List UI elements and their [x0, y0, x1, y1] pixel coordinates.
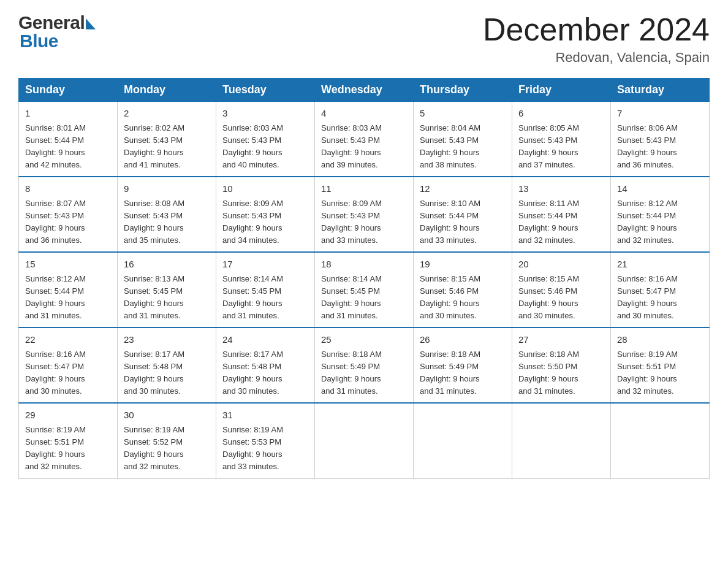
day-info: Sunrise: 8:19 AMSunset: 5:51 PMDaylight:… [25, 425, 86, 471]
day-info: Sunrise: 8:17 AMSunset: 5:48 PMDaylight:… [124, 350, 184, 396]
day-number: 10 [222, 182, 308, 196]
table-row: 4 Sunrise: 8:03 AMSunset: 5:43 PMDayligh… [315, 102, 414, 177]
logo-general-text: General [18, 12, 85, 33]
day-info: Sunrise: 8:16 AMSunset: 5:47 PMDaylight:… [617, 274, 678, 320]
table-row: 8 Sunrise: 8:07 AMSunset: 5:43 PMDayligh… [19, 177, 118, 252]
table-row: 3 Sunrise: 8:03 AMSunset: 5:43 PMDayligh… [216, 102, 315, 177]
col-monday: Monday [118, 79, 216, 102]
day-info: Sunrise: 8:15 AMSunset: 5:46 PMDaylight:… [518, 274, 579, 320]
day-number: 30 [124, 408, 210, 423]
day-number: 5 [420, 107, 506, 121]
day-number: 2 [124, 107, 210, 121]
calendar-header-row: Sunday Monday Tuesday Wednesday Thursday… [19, 79, 710, 102]
day-number: 14 [617, 182, 703, 196]
day-number: 31 [222, 408, 308, 423]
day-number: 29 [25, 408, 111, 423]
day-info: Sunrise: 8:03 AMSunset: 5:43 PMDaylight:… [222, 123, 283, 169]
day-info: Sunrise: 8:14 AMSunset: 5:45 PMDaylight:… [222, 274, 283, 320]
table-row: 17 Sunrise: 8:14 AMSunset: 5:45 PMDaylig… [216, 252, 315, 327]
day-info: Sunrise: 8:12 AMSunset: 5:44 PMDaylight:… [25, 274, 86, 320]
table-row: 7 Sunrise: 8:06 AMSunset: 5:43 PMDayligh… [611, 102, 710, 177]
page-header: General Blue December 2024 Redovan, Vale… [18, 12, 710, 66]
table-row: 21 Sunrise: 8:16 AMSunset: 5:47 PMDaylig… [611, 252, 710, 327]
day-number: 9 [124, 182, 210, 196]
day-number: 3 [222, 107, 308, 121]
table-row: 14 Sunrise: 8:12 AMSunset: 5:44 PMDaylig… [611, 177, 710, 252]
table-row: 9 Sunrise: 8:08 AMSunset: 5:43 PMDayligh… [118, 177, 216, 252]
day-info: Sunrise: 8:14 AMSunset: 5:45 PMDaylight:… [321, 274, 382, 320]
day-info: Sunrise: 8:18 AMSunset: 5:49 PMDaylight:… [420, 350, 480, 396]
table-row: 30 Sunrise: 8:19 AMSunset: 5:52 PMDaylig… [118, 403, 216, 478]
calendar-week-row: 1 Sunrise: 8:01 AMSunset: 5:44 PMDayligh… [19, 102, 710, 177]
table-row: 23 Sunrise: 8:17 AMSunset: 5:48 PMDaylig… [118, 327, 216, 403]
day-info: Sunrise: 8:04 AMSunset: 5:43 PMDaylight:… [420, 123, 480, 169]
table-row: 20 Sunrise: 8:15 AMSunset: 5:46 PMDaylig… [512, 252, 611, 327]
table-row: 5 Sunrise: 8:04 AMSunset: 5:43 PMDayligh… [414, 102, 512, 177]
logo-blue-text: Blue [18, 31, 96, 52]
col-wednesday: Wednesday [315, 79, 414, 102]
table-row: 22 Sunrise: 8:16 AMSunset: 5:47 PMDaylig… [19, 327, 118, 403]
table-row: 19 Sunrise: 8:15 AMSunset: 5:46 PMDaylig… [414, 252, 512, 327]
day-info: Sunrise: 8:19 AMSunset: 5:52 PMDaylight:… [124, 425, 184, 471]
col-sunday: Sunday [19, 79, 118, 102]
day-number: 12 [420, 182, 506, 196]
table-row: 25 Sunrise: 8:18 AMSunset: 5:49 PMDaylig… [315, 327, 414, 403]
table-row: 31 Sunrise: 8:19 AMSunset: 5:53 PMDaylig… [216, 403, 315, 478]
table-row: 29 Sunrise: 8:19 AMSunset: 5:51 PMDaylig… [19, 403, 118, 478]
table-row: 12 Sunrise: 8:10 AMSunset: 5:44 PMDaylig… [414, 177, 512, 252]
col-tuesday: Tuesday [216, 79, 315, 102]
day-info: Sunrise: 8:05 AMSunset: 5:43 PMDaylight:… [518, 123, 579, 169]
day-info: Sunrise: 8:17 AMSunset: 5:48 PMDaylight:… [222, 350, 283, 396]
table-row: 26 Sunrise: 8:18 AMSunset: 5:49 PMDaylig… [414, 327, 512, 403]
month-title: December 2024 [483, 12, 710, 47]
table-row: 13 Sunrise: 8:11 AMSunset: 5:44 PMDaylig… [512, 177, 611, 252]
day-info: Sunrise: 8:12 AMSunset: 5:44 PMDaylight:… [617, 199, 678, 245]
day-info: Sunrise: 8:03 AMSunset: 5:43 PMDaylight:… [321, 123, 382, 169]
day-number: 23 [124, 333, 210, 347]
logo: General Blue [18, 12, 96, 52]
table-row [414, 403, 512, 478]
day-number: 8 [25, 182, 111, 196]
day-info: Sunrise: 8:13 AMSunset: 5:45 PMDaylight:… [124, 274, 184, 320]
day-number: 26 [420, 333, 506, 347]
location-subtitle: Redovan, Valencia, Spain [483, 50, 710, 66]
table-row: 1 Sunrise: 8:01 AMSunset: 5:44 PMDayligh… [19, 102, 118, 177]
day-number: 4 [321, 107, 407, 121]
table-row: 16 Sunrise: 8:13 AMSunset: 5:45 PMDaylig… [118, 252, 216, 327]
day-number: 16 [124, 258, 210, 272]
table-row [611, 403, 710, 478]
calendar-week-row: 29 Sunrise: 8:19 AMSunset: 5:51 PMDaylig… [19, 403, 710, 478]
table-row: 24 Sunrise: 8:17 AMSunset: 5:48 PMDaylig… [216, 327, 315, 403]
day-number: 17 [222, 258, 308, 272]
day-number: 18 [321, 258, 407, 272]
table-row: 10 Sunrise: 8:09 AMSunset: 5:43 PMDaylig… [216, 177, 315, 252]
col-saturday: Saturday [611, 79, 710, 102]
day-number: 15 [25, 258, 111, 272]
day-number: 11 [321, 182, 407, 196]
calendar-table: Sunday Monday Tuesday Wednesday Thursday… [18, 78, 710, 478]
day-info: Sunrise: 8:07 AMSunset: 5:43 PMDaylight:… [25, 199, 86, 245]
day-number: 1 [25, 107, 111, 121]
day-info: Sunrise: 8:10 AMSunset: 5:44 PMDaylight:… [420, 199, 480, 245]
day-info: Sunrise: 8:18 AMSunset: 5:50 PMDaylight:… [518, 350, 579, 396]
day-info: Sunrise: 8:02 AMSunset: 5:43 PMDaylight:… [124, 123, 184, 169]
day-info: Sunrise: 8:11 AMSunset: 5:44 PMDaylight:… [518, 199, 579, 245]
day-info: Sunrise: 8:09 AMSunset: 5:43 PMDaylight:… [222, 199, 283, 245]
calendar-week-row: 22 Sunrise: 8:16 AMSunset: 5:47 PMDaylig… [19, 327, 710, 403]
calendar-week-row: 8 Sunrise: 8:07 AMSunset: 5:43 PMDayligh… [19, 177, 710, 252]
day-number: 20 [518, 258, 604, 272]
table-row: 27 Sunrise: 8:18 AMSunset: 5:50 PMDaylig… [512, 327, 611, 403]
table-row: 6 Sunrise: 8:05 AMSunset: 5:43 PMDayligh… [512, 102, 611, 177]
day-number: 22 [25, 333, 111, 347]
day-number: 27 [518, 333, 604, 347]
day-number: 6 [518, 107, 604, 121]
day-info: Sunrise: 8:09 AMSunset: 5:43 PMDaylight:… [321, 199, 382, 245]
calendar-week-row: 15 Sunrise: 8:12 AMSunset: 5:44 PMDaylig… [19, 252, 710, 327]
day-number: 21 [617, 258, 703, 272]
day-number: 28 [617, 333, 703, 347]
day-number: 13 [518, 182, 604, 196]
day-info: Sunrise: 8:19 AMSunset: 5:53 PMDaylight:… [222, 425, 283, 471]
table-row: 18 Sunrise: 8:14 AMSunset: 5:45 PMDaylig… [315, 252, 414, 327]
day-info: Sunrise: 8:08 AMSunset: 5:43 PMDaylight:… [124, 199, 184, 245]
table-row: 15 Sunrise: 8:12 AMSunset: 5:44 PMDaylig… [19, 252, 118, 327]
